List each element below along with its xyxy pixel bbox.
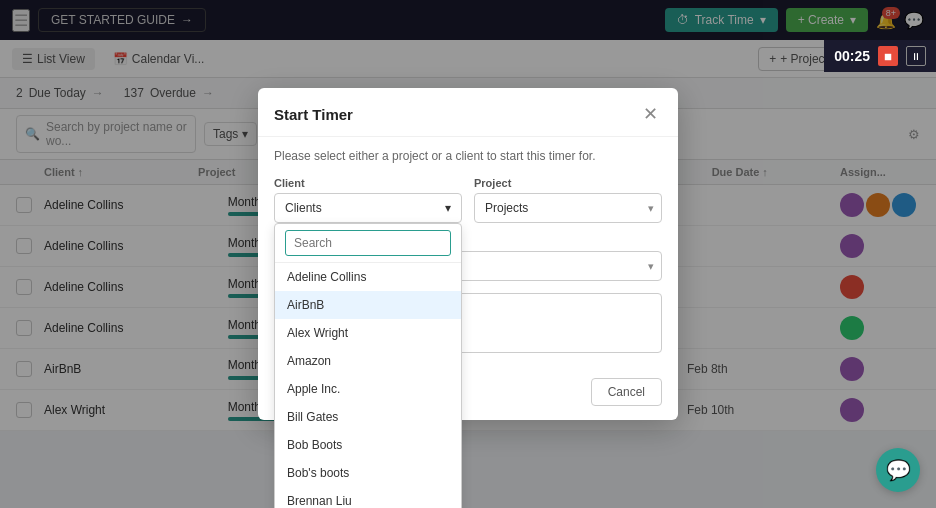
project-select[interactable]: Projects bbox=[474, 193, 662, 223]
client-list-item[interactable]: Adeline Collins bbox=[275, 263, 461, 291]
client-dropdown-list: Adeline CollinsAirBnBAlex WrightAmazonAp… bbox=[274, 223, 462, 431]
client-search-box bbox=[275, 224, 461, 263]
client-group: Client Clients ▾ Adeline CollinsAirBnBAl… bbox=[274, 177, 462, 223]
client-label: Client bbox=[274, 177, 462, 189]
project-select-wrapper: Projects ▾ bbox=[474, 193, 662, 223]
client-dropdown-trigger[interactable]: Clients ▾ bbox=[274, 193, 462, 223]
project-group: Project Projects ▾ bbox=[474, 177, 662, 223]
client-search-input[interactable] bbox=[285, 230, 451, 256]
timer-stop-button[interactable]: ■ bbox=[878, 46, 898, 66]
client-list-item[interactable]: AirBnB bbox=[275, 291, 461, 319]
client-list-item[interactable]: Amazon bbox=[275, 347, 461, 375]
start-timer-modal: Start Timer ✕ Please select either a pro… bbox=[258, 88, 678, 420]
cancel-button[interactable]: Cancel bbox=[591, 378, 662, 406]
client-list-item[interactable]: Alex Wright bbox=[275, 319, 461, 347]
timer-time: 00:25 bbox=[834, 48, 870, 64]
client-list-item[interactable]: Bill Gates bbox=[275, 403, 461, 431]
timer-pause-button[interactable]: ⏸ bbox=[906, 46, 926, 66]
client-selected-value: Clients bbox=[285, 201, 322, 215]
modal-overlay[interactable]: Start Timer ✕ Please select either a pro… bbox=[0, 0, 936, 431]
project-label: Project bbox=[474, 177, 662, 189]
client-list-item[interactable]: Apple Inc. bbox=[275, 375, 461, 403]
modal-hint: Please select either a project or a clie… bbox=[274, 149, 662, 163]
modal-close-button[interactable]: ✕ bbox=[638, 102, 662, 126]
modal-header: Start Timer ✕ bbox=[258, 88, 678, 137]
modal-title: Start Timer bbox=[274, 106, 353, 123]
client-list: Adeline CollinsAirBnBAlex WrightAmazonAp… bbox=[275, 263, 461, 431]
timer-display: 00:25 ■ ⏸ bbox=[824, 40, 936, 72]
modal-body: Please select either a project or a clie… bbox=[258, 137, 678, 368]
client-chevron-icon: ▾ bbox=[445, 201, 451, 215]
client-dropdown-container: Clients ▾ Adeline CollinsAirBnBAlex Wrig… bbox=[274, 193, 462, 223]
client-project-row: Client Clients ▾ Adeline CollinsAirBnBAl… bbox=[274, 177, 662, 223]
